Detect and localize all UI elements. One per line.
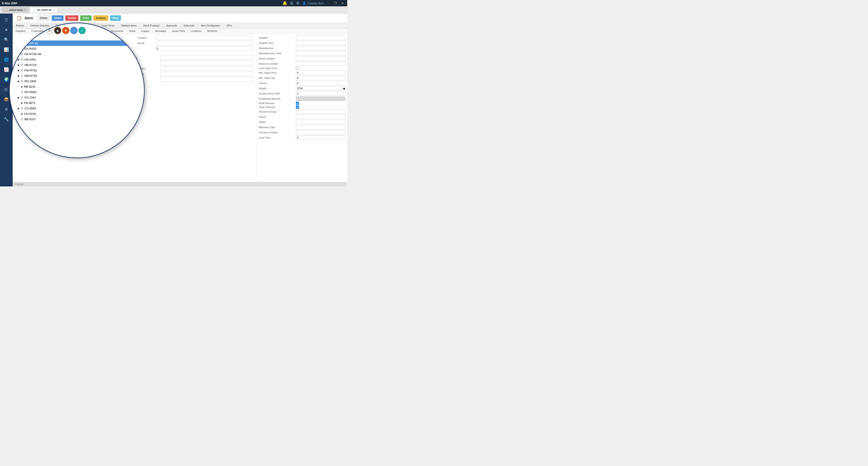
tab-stock-postings[interactable]: Stock Postings — [140, 23, 163, 28]
country-of-origin-r-input[interactable] — [296, 130, 345, 135]
tree-item-12[interactable]: ▶ ⚙ CS-6583 — [13, 105, 141, 111]
sidebar-tools-icon[interactable]: 🔧 — [2, 115, 11, 124]
settings-icon[interactable]: ⚙ — [296, 1, 300, 6]
tree-item-8[interactable]: ▶ ◈ RB-9231 — [13, 84, 141, 89]
tree-gear-12: ⚙ — [21, 106, 24, 110]
tree-item-9[interactable]: ▶ ⚙ PD-R563 — [13, 89, 141, 95]
circle-down-button[interactable]: ↓ — [79, 27, 86, 34]
tab-bk-r68r-48[interactable]: 📄 BK-R68R-48 ✕ — [30, 7, 57, 12]
print-button[interactable]: Print — [80, 15, 91, 21]
supplier-item-input[interactable] — [296, 41, 345, 45]
subtab-messages[interactable]: Messages — [152, 29, 169, 33]
tab-actions[interactable]: Actions — [13, 23, 27, 28]
warranty-type-input[interactable] — [160, 72, 253, 76]
tree-gear-3: ⚙ — [21, 58, 24, 61]
manufacturers-code-input[interactable] — [296, 51, 345, 56]
discount-group-input[interactable] — [160, 55, 253, 60]
help-button[interactable]: Help — [110, 15, 121, 21]
version-text: 7.32.0.0 — [14, 183, 24, 186]
tab-related-items[interactable]: Related Items — [118, 23, 140, 28]
location-input[interactable] — [156, 35, 253, 40]
sidebar-star-icon[interactable]: ★ — [2, 25, 11, 34]
min-sales-qty-input[interactable] — [296, 76, 345, 80]
tree-item-13[interactable]: ▶ ◈ CH-0234 — [13, 111, 141, 116]
sidebar-network-icon[interactable]: 🌐 — [2, 55, 11, 64]
supplier-input[interactable] — [296, 35, 345, 40]
tab-kpis[interactable]: KPIs — [223, 23, 235, 28]
tab-extra-info[interactable]: Extra Info — [181, 23, 198, 28]
subtab-notes[interactable]: Notes — [126, 29, 138, 33]
circle-orange-button[interactable]: ● — [62, 27, 69, 34]
stock-location-input[interactable] — [296, 56, 345, 61]
sidebar-search-icon[interactable]: 🔍 — [2, 35, 11, 44]
status-input[interactable] — [160, 66, 253, 71]
tree-label-1: SA-R430 — [24, 47, 36, 51]
tree-item-5[interactable]: ▶ ⚙ FW-R762 — [13, 68, 141, 73]
tab-close-bk[interactable]: ✕ — [53, 8, 55, 11]
tab-item-configurator[interactable]: Item Configurator — [198, 23, 223, 28]
min-sales-price-input[interactable] — [296, 70, 345, 75]
subtab-images[interactable]: Images — [138, 29, 152, 33]
tab-approvals[interactable]: Approvals — [163, 23, 181, 28]
tree-item-14[interactable]: ▶ ⚙ BB-8107 — [13, 116, 141, 122]
tree-item-11[interactable]: ▶ ◈ FB-9873 — [13, 100, 141, 105]
sidebar-chart-icon[interactable]: 📊 — [2, 45, 11, 54]
tree-item-7[interactable]: ▶ ⚙ RD-2308 — [13, 79, 141, 84]
reserve-location-input[interactable] — [296, 61, 345, 66]
subtab-spare-parts[interactable]: Spare Parts — [169, 29, 188, 33]
actions-button[interactable]: Actions — [93, 15, 108, 21]
minimize-button[interactable]: ─ — [326, 1, 331, 5]
tab-active-items[interactable]: 📋 Active Items ✕ — [2, 7, 29, 12]
subtab-attributes[interactable]: Attributes — [204, 29, 220, 33]
tab-delivery-batches[interactable]: Delivery Batches — [27, 23, 53, 28]
subtab-locations[interactable]: Locations — [188, 29, 204, 33]
page-icon: 📋 — [16, 15, 22, 21]
lead-time-input[interactable] — [296, 135, 345, 140]
undo-button[interactable]: Undo — [52, 15, 64, 21]
tasks-planned-checkbox[interactable] — [296, 105, 299, 109]
sidebar-menu-icon[interactable]: ☰ — [2, 15, 11, 24]
sidebar-trend-icon[interactable]: 📈 — [2, 65, 11, 74]
tree-item-6[interactable]: ▶ ⚙ RW-R762 — [13, 73, 141, 79]
grid-icon[interactable]: ⊞ — [290, 1, 293, 6]
circle-dark-button[interactable]: ◈ — [54, 27, 61, 34]
row-owner-r: Owner — [259, 115, 345, 119]
tab-close-active-items[interactable]: ✕ — [24, 8, 26, 11]
tree-item-3[interactable]: ▶ ⚙ HS-2451 — [13, 57, 141, 62]
bell-icon[interactable]: 🔔 — [282, 1, 287, 6]
close-button[interactable]: Close — [37, 15, 50, 21]
warranty-type-r-input[interactable] — [296, 125, 345, 129]
row-country-of-origin-r: Country of Origin — [259, 130, 345, 135]
tree-item-0[interactable]: ▼ ⚙ BK-R68R-48 — [13, 40, 141, 46]
volume-label: Volume — [259, 82, 295, 85]
weight-label: Weight — [259, 87, 295, 90]
close-window-button[interactable]: ✕ — [340, 1, 345, 5]
discount-group-r-input[interactable] — [296, 110, 345, 114]
weight-input[interactable] — [296, 86, 342, 91]
country-of-origin-input[interactable] — [160, 77, 253, 82]
tab-bar: 📋 Active Items ✕ 📄 BK-R68R-48 ✕ — [0, 6, 347, 13]
subtab-suppliers[interactable]: Suppliers — [13, 29, 29, 33]
zero-input[interactable] — [156, 46, 253, 51]
row-lead-time: Lead Time — [259, 135, 345, 140]
tree-item-2[interactable]: ▶ ⚙ FR-R72R-48 — [13, 51, 141, 57]
lock-sales-price-checkbox[interactable] — [296, 67, 299, 70]
tree-label-5: FW-R762 — [24, 69, 37, 72]
sidebar-settings-icon[interactable]: ⚙ — [2, 105, 11, 114]
tree-item-4[interactable]: ▶ ⚙ HB-R720 — [13, 62, 141, 68]
circle-up-button[interactable]: ↑ — [70, 27, 78, 34]
predefined-material-input[interactable] — [296, 96, 345, 101]
status-r-input[interactable] — [296, 120, 345, 124]
tree-item-10[interactable]: ▶ ⚙ FD-2342 — [13, 95, 141, 100]
volume-input[interactable] — [296, 81, 345, 86]
row-stock-location: Stock Location — [259, 56, 345, 61]
restore-button[interactable]: ❐ — [333, 1, 338, 5]
owner-input[interactable] — [160, 61, 253, 65]
delete-button[interactable]: Delete — [65, 15, 79, 21]
surface-area-uom-input[interactable] — [296, 91, 345, 96]
tree-item-1[interactable]: ▶ ⚙ SA-R430 — [13, 46, 141, 51]
bom-planned-checkbox[interactable] — [296, 102, 299, 105]
owner-r-input[interactable] — [296, 115, 345, 119]
manufacturer-input[interactable] — [296, 46, 345, 51]
actual-input[interactable] — [156, 41, 253, 45]
